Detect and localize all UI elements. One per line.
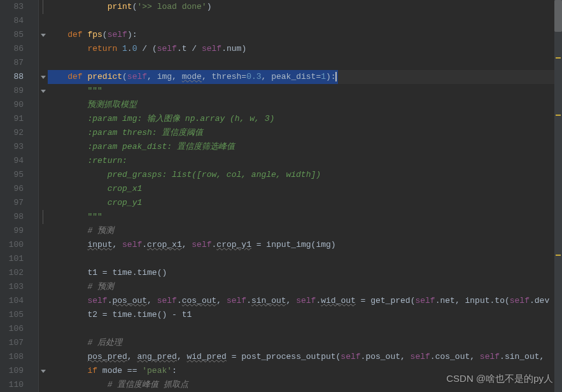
line-number: 110	[0, 378, 24, 392]
scrollbar-thumb[interactable]	[554, 0, 562, 32]
line-number: 95	[0, 168, 24, 182]
line-number: 99	[0, 224, 24, 238]
line-number: 93	[0, 140, 24, 154]
vcs-marks-gutter	[30, 0, 39, 392]
line-number: 85	[0, 28, 24, 42]
line-number: 103	[0, 280, 24, 294]
code-line[interactable]	[48, 322, 562, 336]
line-number: 105	[0, 308, 24, 322]
fold-toggle-icon[interactable]	[41, 368, 46, 374]
code-line[interactable]: """	[48, 210, 562, 224]
fold-gutter[interactable]	[39, 0, 48, 392]
line-number: 96	[0, 182, 24, 196]
warning-mark[interactable]	[556, 57, 561, 59]
code-line[interactable]	[48, 56, 562, 70]
scrollbar-track[interactable]	[554, 0, 562, 392]
line-number: 100	[0, 238, 24, 252]
line-number: 88	[0, 70, 24, 84]
code-line[interactable]: # 预测	[48, 280, 562, 294]
line-number: 102	[0, 266, 24, 280]
code-line[interactable]: # 预测	[48, 224, 562, 238]
code-line[interactable]: """	[48, 84, 562, 98]
warning-mark[interactable]	[556, 255, 561, 256]
line-number: 90	[0, 98, 24, 112]
code-line[interactable]: t2 = time.time() - t1	[48, 308, 562, 322]
code-line[interactable]: pos_pred, ang_pred, wid_pred = post_proc…	[48, 350, 562, 364]
code-line[interactable]: crop_x1	[48, 182, 562, 196]
code-line[interactable]: def fps(self):	[48, 28, 562, 42]
code-line[interactable]: 预测抓取模型	[48, 98, 562, 112]
line-number: 92	[0, 126, 24, 140]
line-number: 109	[0, 364, 24, 378]
line-number: 106	[0, 322, 24, 336]
line-number: 94	[0, 154, 24, 168]
line-number: 101	[0, 252, 24, 266]
line-number: 108	[0, 350, 24, 364]
fold-toggle-icon[interactable]	[41, 88, 46, 94]
line-number: 86	[0, 42, 24, 56]
code-line[interactable]: print('>> load done')	[48, 0, 562, 14]
line-number: 91	[0, 112, 24, 126]
code-line[interactable]	[48, 252, 562, 266]
code-line[interactable]	[48, 14, 562, 28]
code-line[interactable]: :param img: 输入图像 np.array (h, w, 3)	[48, 112, 562, 126]
code-line[interactable]: :param thresh: 置信度阈值	[48, 126, 562, 140]
line-number: 84	[0, 14, 24, 28]
code-line[interactable]: :param peak_dist: 置信度筛选峰值	[48, 140, 562, 154]
line-number: 98	[0, 210, 24, 224]
line-number: 97	[0, 196, 24, 210]
line-number: 104	[0, 294, 24, 308]
fold-toggle-icon[interactable]	[41, 32, 46, 38]
code-line[interactable]: input, self.crop_x1, self.crop_y1 = inpu…	[48, 238, 562, 252]
line-number: 83	[0, 0, 24, 14]
code-line[interactable]: # 后处理	[48, 336, 562, 350]
code-line[interactable]: t1 = time.time()	[48, 266, 562, 280]
code-line[interactable]: self.pos_out, self.cos_out, self.sin_out…	[48, 294, 562, 308]
line-number-gutter: 8384858687888990919293949596979899100101…	[0, 0, 30, 392]
code-area[interactable]: print('>> load done') def fps(self): ret…	[48, 0, 562, 392]
code-line[interactable]: pred_grasps: list([row, col, angle, widt…	[48, 168, 562, 182]
code-line[interactable]: def predict(self, img, mode, thresh=0.3,…	[48, 70, 562, 84]
code-editor[interactable]: 8384858687888990919293949596979899100101…	[0, 0, 562, 392]
watermark-text: CSDN @啥也不是的py人	[446, 372, 553, 386]
code-line[interactable]: :return:	[48, 154, 562, 168]
code-line[interactable]: return 1.0 / (self.t / self.num)	[48, 42, 562, 56]
line-number: 107	[0, 336, 24, 350]
code-line[interactable]: crop_y1	[48, 196, 562, 210]
fold-toggle-icon[interactable]	[41, 74, 46, 80]
warning-mark[interactable]	[556, 115, 561, 116]
line-number: 87	[0, 56, 24, 70]
line-number: 89	[0, 84, 24, 98]
